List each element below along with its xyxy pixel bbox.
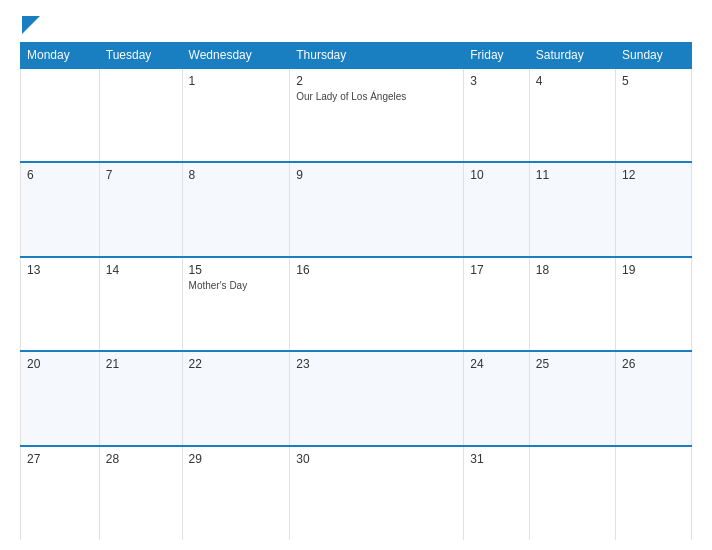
day-number: 16 [296,263,457,277]
calendar-cell: 10 [464,162,530,256]
day-number: 13 [27,263,93,277]
weekday-row: MondayTuesdayWednesdayThursdayFridaySatu… [21,43,692,69]
calendar-cell: 8 [182,162,290,256]
day-number: 15 [189,263,284,277]
weekday-header: Monday [21,43,100,69]
day-number: 11 [536,168,609,182]
calendar-week-row: 6789101112 [21,162,692,256]
day-number: 28 [106,452,176,466]
calendar-cell: 19 [616,257,692,351]
holiday-label: Mother's Day [189,279,284,292]
calendar-cell: 3 [464,68,530,162]
day-number: 14 [106,263,176,277]
calendar-cell: 9 [290,162,464,256]
header [20,18,692,34]
weekday-header: Saturday [529,43,615,69]
day-number: 26 [622,357,685,371]
calendar-cell [21,68,100,162]
calendar-cell: 13 [21,257,100,351]
calendar-week-row: 20212223242526 [21,351,692,445]
calendar-cell: 25 [529,351,615,445]
calendar-page: MondayTuesdayWednesdayThursdayFridaySatu… [0,0,712,550]
calendar-header: MondayTuesdayWednesdayThursdayFridaySatu… [21,43,692,69]
day-number: 2 [296,74,457,88]
calendar-cell: 7 [99,162,182,256]
calendar-cell [616,446,692,540]
svg-marker-0 [22,16,40,34]
holiday-label: Our Lady of Los Ángeles [296,90,457,103]
day-number: 29 [189,452,284,466]
calendar-cell: 1 [182,68,290,162]
calendar-cell: 21 [99,351,182,445]
calendar-cell: 18 [529,257,615,351]
calendar-cell: 17 [464,257,530,351]
day-number: 18 [536,263,609,277]
day-number: 27 [27,452,93,466]
day-number: 17 [470,263,523,277]
calendar-cell: 29 [182,446,290,540]
calendar-cell: 28 [99,446,182,540]
calendar-cell: 20 [21,351,100,445]
calendar-cell: 16 [290,257,464,351]
calendar-cell: 14 [99,257,182,351]
calendar-cell: 26 [616,351,692,445]
calendar-cell: 23 [290,351,464,445]
day-number: 5 [622,74,685,88]
calendar-table: MondayTuesdayWednesdayThursdayFridaySatu… [20,42,692,540]
day-number: 24 [470,357,523,371]
calendar-week-row: 131415Mother's Day16171819 [21,257,692,351]
calendar-cell: 30 [290,446,464,540]
day-number: 30 [296,452,457,466]
day-number: 9 [296,168,457,182]
weekday-header: Wednesday [182,43,290,69]
calendar-cell: 11 [529,162,615,256]
weekday-header: Sunday [616,43,692,69]
weekday-header: Tuesday [99,43,182,69]
day-number: 8 [189,168,284,182]
day-number: 10 [470,168,523,182]
day-number: 22 [189,357,284,371]
day-number: 1 [189,74,284,88]
calendar-cell: 15Mother's Day [182,257,290,351]
day-number: 25 [536,357,609,371]
day-number: 19 [622,263,685,277]
logo [20,18,40,34]
day-number: 23 [296,357,457,371]
weekday-header: Thursday [290,43,464,69]
calendar-cell: 24 [464,351,530,445]
day-number: 7 [106,168,176,182]
day-number: 4 [536,74,609,88]
calendar-cell: 31 [464,446,530,540]
calendar-cell: 2Our Lady of Los Ángeles [290,68,464,162]
day-number: 6 [27,168,93,182]
weekday-header: Friday [464,43,530,69]
day-number: 20 [27,357,93,371]
calendar-cell: 5 [616,68,692,162]
calendar-cell [529,446,615,540]
day-number: 31 [470,452,523,466]
calendar-week-row: 12Our Lady of Los Ángeles345 [21,68,692,162]
calendar-cell: 27 [21,446,100,540]
day-number: 21 [106,357,176,371]
calendar-cell: 22 [182,351,290,445]
calendar-cell: 4 [529,68,615,162]
logo-triangle-icon [22,16,40,34]
day-number: 3 [470,74,523,88]
calendar-cell: 6 [21,162,100,256]
calendar-cell: 12 [616,162,692,256]
calendar-body: 12Our Lady of Los Ángeles345678910111213… [21,68,692,540]
day-number: 12 [622,168,685,182]
calendar-week-row: 2728293031 [21,446,692,540]
calendar-cell [99,68,182,162]
